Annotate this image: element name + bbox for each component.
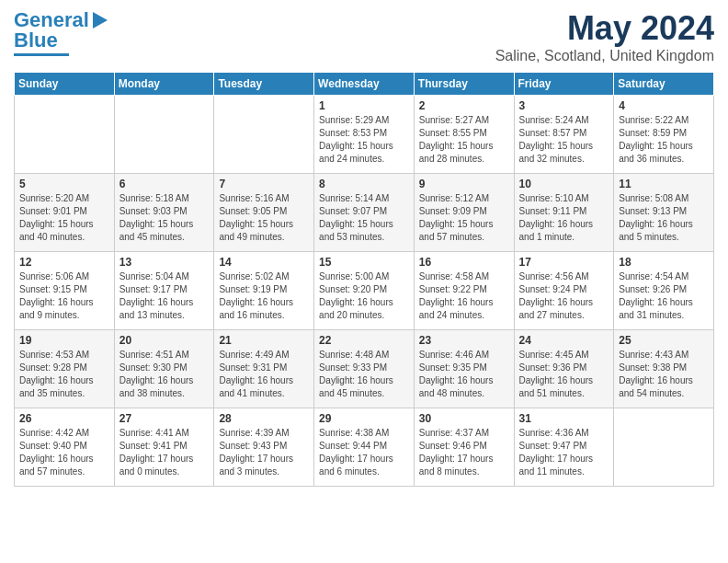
day-number: 21 <box>219 334 309 347</box>
logo-underline <box>14 53 69 56</box>
page-header: General Blue May 2024 Saline, Scotland, … <box>14 9 714 64</box>
calendar-week-row: 1Sunrise: 5:29 AMSunset: 8:53 PMDaylight… <box>15 96 714 174</box>
calendar-cell: 28Sunrise: 4:39 AMSunset: 9:43 PMDayligh… <box>214 408 314 487</box>
logo-arrow-icon <box>89 10 109 30</box>
day-info: Sunrise: 5:20 AMSunset: 9:01 PMDaylight:… <box>19 192 109 244</box>
day-info: Sunrise: 5:06 AMSunset: 9:15 PMDaylight:… <box>19 270 109 322</box>
calendar-cell: 3Sunrise: 5:24 AMSunset: 8:57 PMDaylight… <box>514 96 614 174</box>
day-number: 16 <box>419 256 509 269</box>
calendar-week-row: 19Sunrise: 4:53 AMSunset: 9:28 PMDayligh… <box>15 330 714 408</box>
calendar-header-row: SundayMondayTuesdayWednesdayThursdayFrid… <box>15 73 714 96</box>
day-number: 17 <box>519 256 609 269</box>
calendar-cell: 5Sunrise: 5:20 AMSunset: 9:01 PMDaylight… <box>15 174 115 252</box>
day-number: 12 <box>19 256 109 269</box>
calendar-cell: 16Sunrise: 4:58 AMSunset: 9:22 PMDayligh… <box>414 252 514 330</box>
weekday-header: Monday <box>114 73 214 96</box>
day-number: 28 <box>219 412 309 425</box>
day-info: Sunrise: 4:45 AMSunset: 9:36 PMDaylight:… <box>519 349 609 400</box>
day-number: 9 <box>419 178 509 190</box>
day-info: Sunrise: 5:29 AMSunset: 8:53 PMDaylight:… <box>319 114 409 166</box>
calendar-cell: 30Sunrise: 4:37 AMSunset: 9:46 PMDayligh… <box>414 408 514 487</box>
calendar-cell: 11Sunrise: 5:08 AMSunset: 9:13 PMDayligh… <box>614 174 714 252</box>
day-number: 25 <box>619 334 709 347</box>
day-info: Sunrise: 4:58 AMSunset: 9:22 PMDaylight:… <box>419 270 509 322</box>
day-info: Sunrise: 4:41 AMSunset: 9:41 PMDaylight:… <box>119 427 210 478</box>
day-info: Sunrise: 4:46 AMSunset: 9:35 PMDaylight:… <box>419 349 509 400</box>
day-info: Sunrise: 4:39 AMSunset: 9:43 PMDaylight:… <box>219 427 309 478</box>
weekday-header: Friday <box>514 73 614 96</box>
day-info: Sunrise: 5:24 AMSunset: 8:57 PMDaylight:… <box>519 114 609 166</box>
day-info: Sunrise: 4:56 AMSunset: 9:24 PMDaylight:… <box>519 270 609 322</box>
calendar-cell: 15Sunrise: 5:00 AMSunset: 9:20 PMDayligh… <box>314 252 415 330</box>
calendar-cell: 22Sunrise: 4:48 AMSunset: 9:33 PMDayligh… <box>314 330 415 408</box>
calendar-cell: 1Sunrise: 5:29 AMSunset: 8:53 PMDaylight… <box>314 96 415 174</box>
day-number: 14 <box>219 256 309 269</box>
day-number: 10 <box>519 178 609 190</box>
day-info: Sunrise: 5:04 AMSunset: 9:17 PMDaylight:… <box>119 270 210 322</box>
calendar-cell: 21Sunrise: 4:49 AMSunset: 9:31 PMDayligh… <box>214 330 314 408</box>
day-info: Sunrise: 5:27 AMSunset: 8:55 PMDaylight:… <box>419 114 509 166</box>
calendar-cell: 24Sunrise: 4:45 AMSunset: 9:36 PMDayligh… <box>514 330 614 408</box>
calendar-cell: 4Sunrise: 5:22 AMSunset: 8:59 PMDaylight… <box>614 96 714 174</box>
day-number: 13 <box>119 256 210 269</box>
calendar-table: SundayMondayTuesdayWednesdayThursdayFrid… <box>14 72 714 487</box>
day-number: 18 <box>619 256 709 269</box>
day-number: 3 <box>519 99 609 112</box>
day-number: 26 <box>19 412 109 425</box>
day-info: Sunrise: 4:43 AMSunset: 9:38 PMDaylight:… <box>619 349 709 400</box>
day-number: 31 <box>519 412 609 425</box>
day-number: 29 <box>319 412 409 425</box>
day-info: Sunrise: 5:16 AMSunset: 9:05 PMDaylight:… <box>219 192 309 244</box>
calendar-cell <box>15 96 115 174</box>
day-info: Sunrise: 4:53 AMSunset: 9:28 PMDaylight:… <box>19 349 109 400</box>
calendar-cell <box>214 96 314 174</box>
title-area: May 2024 Saline, Scotland, United Kingdo… <box>495 9 714 64</box>
calendar-cell: 17Sunrise: 4:56 AMSunset: 9:24 PMDayligh… <box>514 252 614 330</box>
calendar-cell: 8Sunrise: 5:14 AMSunset: 9:07 PMDaylight… <box>314 174 415 252</box>
weekday-header: Tuesday <box>214 73 314 96</box>
day-number: 5 <box>19 178 109 190</box>
calendar-cell: 2Sunrise: 5:27 AMSunset: 8:55 PMDaylight… <box>414 96 514 174</box>
day-info: Sunrise: 4:51 AMSunset: 9:30 PMDaylight:… <box>119 349 210 400</box>
day-info: Sunrise: 4:42 AMSunset: 9:40 PMDaylight:… <box>19 427 109 478</box>
day-number: 4 <box>619 99 709 112</box>
day-number: 6 <box>119 178 210 190</box>
calendar-cell: 23Sunrise: 4:46 AMSunset: 9:35 PMDayligh… <box>414 330 514 408</box>
day-info: Sunrise: 4:36 AMSunset: 9:47 PMDaylight:… <box>519 427 609 478</box>
day-number: 7 <box>219 178 309 190</box>
day-info: Sunrise: 5:02 AMSunset: 9:19 PMDaylight:… <box>219 270 309 322</box>
logo: General Blue <box>14 9 109 56</box>
calendar-cell: 6Sunrise: 5:18 AMSunset: 9:03 PMDaylight… <box>114 174 214 252</box>
calendar-week-row: 12Sunrise: 5:06 AMSunset: 9:15 PMDayligh… <box>15 252 714 330</box>
calendar-cell: 14Sunrise: 5:02 AMSunset: 9:19 PMDayligh… <box>214 252 314 330</box>
calendar-cell: 29Sunrise: 4:38 AMSunset: 9:44 PMDayligh… <box>314 408 415 487</box>
day-number: 24 <box>519 334 609 347</box>
day-info: Sunrise: 4:54 AMSunset: 9:26 PMDaylight:… <box>619 270 709 322</box>
day-info: Sunrise: 5:12 AMSunset: 9:09 PMDaylight:… <box>419 192 509 244</box>
month-title: May 2024 <box>495 9 714 48</box>
calendar-cell: 10Sunrise: 5:10 AMSunset: 9:11 PMDayligh… <box>514 174 614 252</box>
calendar-week-row: 5Sunrise: 5:20 AMSunset: 9:01 PMDaylight… <box>15 174 714 252</box>
day-number: 30 <box>419 412 509 425</box>
calendar-week-row: 26Sunrise: 4:42 AMSunset: 9:40 PMDayligh… <box>15 408 714 487</box>
day-info: Sunrise: 5:00 AMSunset: 9:20 PMDaylight:… <box>319 270 409 322</box>
weekday-header: Wednesday <box>314 73 415 96</box>
day-number: 15 <box>319 256 409 269</box>
day-number: 1 <box>319 99 409 112</box>
calendar-cell: 19Sunrise: 4:53 AMSunset: 9:28 PMDayligh… <box>15 330 115 408</box>
day-info: Sunrise: 4:48 AMSunset: 9:33 PMDaylight:… <box>319 349 409 400</box>
day-info: Sunrise: 5:10 AMSunset: 9:11 PMDaylight:… <box>519 192 609 244</box>
weekday-header: Thursday <box>414 73 514 96</box>
calendar-cell: 12Sunrise: 5:06 AMSunset: 9:15 PMDayligh… <box>15 252 115 330</box>
location-title: Saline, Scotland, United Kingdom <box>495 48 714 64</box>
calendar-cell: 7Sunrise: 5:16 AMSunset: 9:05 PMDaylight… <box>214 174 314 252</box>
day-number: 2 <box>419 99 509 112</box>
calendar-cell <box>614 408 714 487</box>
day-info: Sunrise: 5:14 AMSunset: 9:07 PMDaylight:… <box>319 192 409 244</box>
day-info: Sunrise: 4:49 AMSunset: 9:31 PMDaylight:… <box>219 349 309 400</box>
day-number: 11 <box>619 178 709 190</box>
day-number: 22 <box>319 334 409 347</box>
weekday-header: Saturday <box>614 73 714 96</box>
day-info: Sunrise: 5:18 AMSunset: 9:03 PMDaylight:… <box>119 192 210 244</box>
logo-blue-text: Blue <box>14 29 58 52</box>
